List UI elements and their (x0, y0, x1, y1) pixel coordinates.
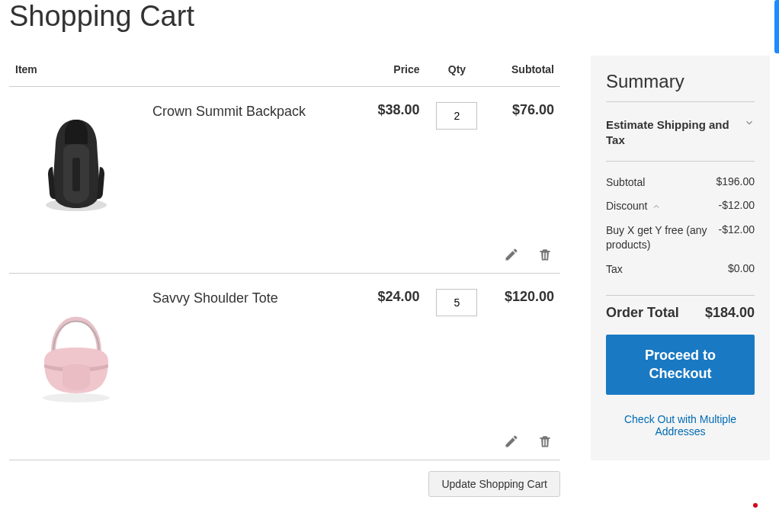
item-price: $24.00 (363, 274, 426, 419)
column-header-price: Price (363, 56, 426, 87)
tax-value: $0.00 (728, 262, 755, 274)
edit-item-icon[interactable] (504, 247, 521, 264)
svg-rect-1 (72, 158, 80, 191)
svg-point-2 (43, 393, 110, 402)
cart-items-section: Item Price Qty Subtotal (9, 56, 560, 497)
page-title: Shopping Cart (9, 0, 770, 33)
cart-item-row: Crown Summit Backpack $38.00 $76.00 (9, 87, 560, 274)
product-name[interactable]: Crown Summit Backpack (152, 102, 306, 224)
remove-item-icon[interactable] (537, 247, 554, 264)
item-subtotal: $76.00 (488, 87, 560, 232)
cart-table: Item Price Qty Subtotal (9, 56, 560, 460)
order-total-label: Order Total (606, 305, 679, 321)
edit-item-icon[interactable] (504, 434, 521, 450)
item-price: $38.00 (363, 87, 426, 232)
discount-detail-label: Buy X get Y free (any products) (606, 223, 719, 253)
qty-input[interactable] (436, 102, 477, 130)
column-header-subtotal: Subtotal (488, 56, 560, 87)
discount-toggle[interactable]: Discount (606, 199, 661, 214)
product-image[interactable] (15, 289, 137, 411)
estimate-shipping-toggle[interactable]: Estimate Shipping and Tax (606, 116, 755, 162)
proceed-to-checkout-button[interactable]: Proceed to Checkout (606, 335, 755, 395)
qty-input[interactable] (436, 289, 477, 316)
product-name[interactable]: Savvy Shoulder Tote (152, 289, 278, 411)
subtotal-value: $196.00 (716, 175, 755, 187)
column-header-qty: Qty (426, 56, 489, 87)
chevron-up-icon (652, 202, 661, 211)
estimate-shipping-label: Estimate Shipping and Tax (606, 117, 736, 149)
item-subtotal: $120.00 (488, 274, 560, 419)
totals-block: Subtotal $196.00 Discount -$12.00 Buy X … (606, 162, 755, 291)
subtotal-label: Subtotal (606, 175, 645, 191)
summary-title: Summary (606, 71, 755, 102)
column-header-item: Item (9, 56, 363, 87)
remove-item-icon[interactable] (537, 434, 554, 450)
product-image[interactable] (15, 102, 137, 224)
multiple-addresses-link[interactable]: Check Out with Multiple Addresses (624, 413, 736, 437)
tax-label: Tax (606, 262, 623, 277)
update-cart-button[interactable]: Update Shopping Cart (428, 471, 560, 497)
chevron-down-icon (744, 117, 755, 128)
summary-sidebar: Summary Estimate Shipping and Tax Subtot… (591, 56, 770, 460)
notification-dot-icon (753, 503, 758, 508)
discount-label: Discount (606, 199, 647, 214)
discount-detail-value: -$12.00 (719, 223, 755, 236)
discount-value: -$12.00 (719, 199, 755, 211)
order-total-value: $184.00 (705, 305, 755, 321)
cart-item-row: Savvy Shoulder Tote $24.00 $120.00 (9, 274, 560, 460)
